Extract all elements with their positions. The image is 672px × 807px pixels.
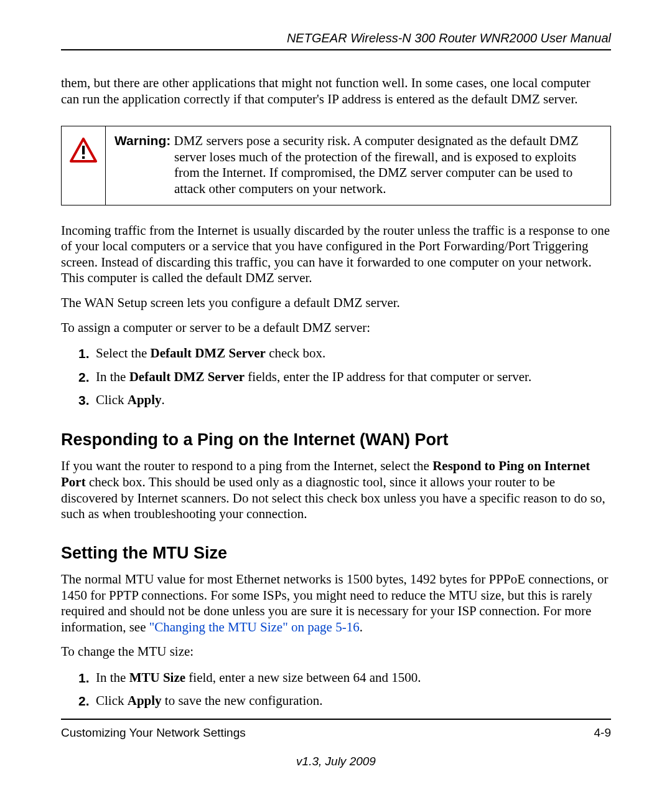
step-row: 1. Select the Default DMZ Server check b… bbox=[78, 344, 611, 362]
warning-label: Warning: bbox=[114, 133, 170, 148]
bold-term: MTU Size bbox=[129, 670, 185, 685]
bold-term: Apply bbox=[128, 392, 162, 407]
step-text: In the Default DMZ Server fields, enter … bbox=[96, 368, 531, 386]
warning-text: Warning: DMZ servers pose a security ris… bbox=[106, 126, 610, 204]
step-row: 1. In the MTU Size field, enter a new si… bbox=[78, 669, 611, 687]
text: field, enter a new size between 64 and 1… bbox=[185, 670, 421, 685]
step-text: Click Apply. bbox=[96, 391, 165, 409]
warning-box: Warning: DMZ servers pose a security ris… bbox=[61, 126, 611, 205]
footer-section: Customizing Your Network Settings bbox=[61, 726, 246, 740]
text: Select the bbox=[96, 346, 150, 361]
paragraph-incoming: Incoming traffic from the Internet is us… bbox=[61, 223, 611, 286]
text: . bbox=[162, 392, 165, 407]
text: In the bbox=[96, 670, 129, 685]
ping-paragraph: If you want the router to respond to a p… bbox=[61, 458, 611, 522]
page-header-title: NETGEAR Wireless-N 300 Router WNR2000 Us… bbox=[61, 31, 611, 45]
dmz-steps: 1. Select the Default DMZ Server check b… bbox=[61, 344, 611, 409]
text: check box. This should be used only as a… bbox=[61, 474, 605, 521]
bold-term: Default DMZ Server bbox=[150, 346, 265, 361]
page-footer: Customizing Your Network Settings 4-9 v1… bbox=[61, 719, 611, 740]
footer-version: v1.3, July 2009 bbox=[61, 755, 611, 768]
header-rule bbox=[61, 49, 611, 50]
svg-rect-1 bbox=[82, 146, 85, 154]
step-number: 1. bbox=[78, 669, 96, 687]
svg-rect-2 bbox=[82, 156, 85, 159]
step-number: 3. bbox=[78, 391, 96, 409]
step-text: Select the Default DMZ Server check box. bbox=[96, 344, 325, 362]
cross-reference-link[interactable]: "Changing the MTU Size" on page 5-16 bbox=[149, 620, 360, 635]
document-page: NETGEAR Wireless-N 300 Router WNR2000 Us… bbox=[0, 0, 672, 807]
mtu-steps: 1. In the MTU Size field, enter a new si… bbox=[61, 669, 611, 710]
text: check box. bbox=[266, 346, 325, 361]
footer-rule bbox=[61, 719, 611, 720]
text: In the bbox=[96, 369, 129, 384]
text: to save the new configuration. bbox=[162, 693, 323, 708]
step-text: In the MTU Size field, enter a new size … bbox=[96, 669, 421, 687]
text: Click bbox=[96, 693, 128, 708]
footer-page-number: 4-9 bbox=[594, 726, 611, 740]
step-row: 2. Click Apply to save the new configura… bbox=[78, 692, 611, 710]
warning-rest: server loses much of the protection of t… bbox=[114, 149, 602, 197]
step-number: 2. bbox=[78, 368, 96, 386]
bold-term: Default DMZ Server bbox=[129, 369, 245, 384]
text: . bbox=[360, 620, 363, 635]
warning-icon bbox=[70, 138, 97, 163]
text: fields, enter the IP address for that co… bbox=[245, 369, 531, 384]
mtu-change-intro: To change the MTU size: bbox=[61, 644, 611, 660]
paragraph-wan-setup: The WAN Setup screen lets you configure … bbox=[61, 295, 611, 311]
bold-term: Apply bbox=[128, 693, 162, 708]
section-heading-mtu: Setting the MTU Size bbox=[61, 544, 611, 563]
text: If you want the router to respond to a p… bbox=[61, 458, 432, 473]
mtu-paragraph: The normal MTU value for most Ethernet n… bbox=[61, 572, 611, 635]
warning-line1: DMZ servers pose a security risk. A comp… bbox=[170, 133, 579, 148]
section-heading-ping: Responding to a Ping on the Internet (WA… bbox=[61, 430, 611, 450]
intro-paragraph: them, but there are other applications t… bbox=[61, 75, 611, 107]
step-number: 2. bbox=[78, 692, 96, 710]
step-row: 3. Click Apply. bbox=[78, 391, 611, 409]
warning-icon-cell bbox=[62, 126, 106, 204]
step-number: 1. bbox=[78, 344, 96, 362]
step-text: Click Apply to save the new configuratio… bbox=[96, 692, 323, 710]
step-row: 2. In the Default DMZ Server fields, ent… bbox=[78, 368, 611, 386]
text: Click bbox=[96, 392, 128, 407]
paragraph-assign: To assign a computer or server to be a d… bbox=[61, 320, 611, 336]
